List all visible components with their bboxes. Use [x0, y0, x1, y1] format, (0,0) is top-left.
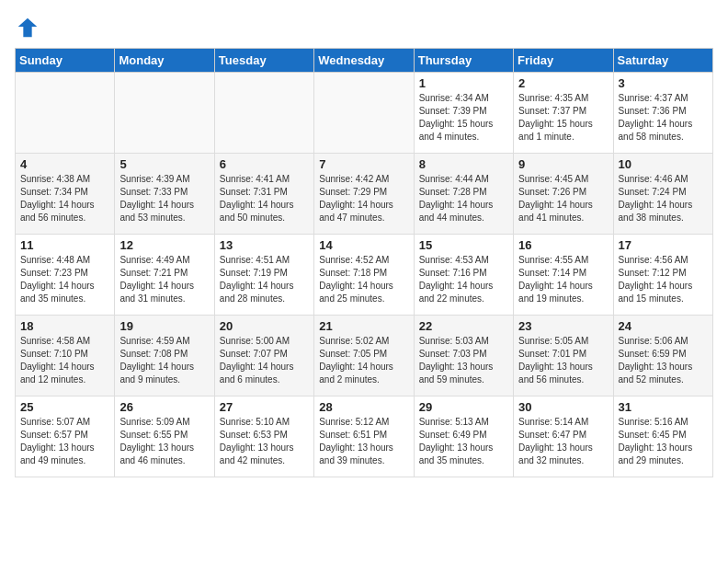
calendar-cell: 30Sunrise: 5:14 AM Sunset: 6:47 PM Dayli… — [514, 396, 613, 477]
day-info: Sunrise: 5:10 AM Sunset: 6:53 PM Dayligh… — [220, 416, 309, 467]
day-number: 19 — [119, 319, 209, 333]
day-number: 9 — [518, 157, 608, 171]
calendar-cell: 20Sunrise: 5:00 AM Sunset: 7:07 PM Dayli… — [214, 316, 313, 396]
day-number: 17 — [619, 238, 708, 252]
day-number: 8 — [419, 157, 508, 171]
calendar-cell: 29Sunrise: 5:13 AM Sunset: 6:49 PM Dayli… — [414, 396, 513, 477]
calendar-cell: 3Sunrise: 4:37 AM Sunset: 7:36 PM Daylig… — [613, 73, 712, 154]
column-header-friday: Friday — [514, 49, 613, 73]
calendar-cell: 17Sunrise: 4:56 AM Sunset: 7:12 PM Dayli… — [613, 235, 712, 316]
day-info: Sunrise: 4:37 AM Sunset: 7:36 PM Dayligh… — [619, 92, 708, 144]
calendar-cell: 15Sunrise: 4:53 AM Sunset: 7:16 PM Dayli… — [414, 235, 513, 316]
day-number: 3 — [619, 76, 708, 90]
day-info: Sunrise: 4:38 AM Sunset: 7:34 PM Dayligh… — [20, 173, 109, 224]
day-info: Sunrise: 4:52 AM Sunset: 7:18 PM Dayligh… — [319, 254, 408, 305]
column-header-saturday: Saturday — [613, 49, 712, 73]
svg-marker-0 — [18, 18, 38, 38]
day-info: Sunrise: 4:44 AM Sunset: 7:28 PM Dayligh… — [419, 173, 508, 224]
day-info: Sunrise: 4:55 AM Sunset: 7:14 PM Dayligh… — [518, 254, 608, 305]
day-info: Sunrise: 5:00 AM Sunset: 7:07 PM Dayligh… — [220, 335, 309, 386]
calendar-cell: 24Sunrise: 5:06 AM Sunset: 6:59 PM Dayli… — [613, 316, 712, 396]
day-info: Sunrise: 4:34 AM Sunset: 7:39 PM Dayligh… — [419, 92, 508, 144]
calendar-cell: 12Sunrise: 4:49 AM Sunset: 7:21 PM Dayli… — [115, 235, 214, 316]
calendar-cell: 28Sunrise: 5:12 AM Sunset: 6:51 PM Dayli… — [314, 396, 414, 477]
calendar-cell — [214, 73, 313, 154]
day-info: Sunrise: 4:46 AM Sunset: 7:24 PM Dayligh… — [619, 173, 708, 224]
day-number: 10 — [619, 157, 708, 171]
calendar-cell: 18Sunrise: 4:58 AM Sunset: 7:10 PM Dayli… — [16, 316, 115, 396]
day-number: 31 — [619, 400, 708, 414]
calendar-cell: 8Sunrise: 4:44 AM Sunset: 7:28 PM Daylig… — [414, 154, 513, 235]
calendar-cell: 11Sunrise: 4:48 AM Sunset: 7:23 PM Dayli… — [16, 235, 115, 316]
calendar-cell: 4Sunrise: 4:38 AM Sunset: 7:34 PM Daylig… — [16, 154, 115, 235]
calendar-cell: 10Sunrise: 4:46 AM Sunset: 7:24 PM Dayli… — [613, 154, 712, 235]
column-header-monday: Monday — [115, 49, 214, 73]
calendar-cell: 25Sunrise: 5:07 AM Sunset: 6:57 PM Dayli… — [16, 396, 115, 477]
day-number: 22 — [419, 319, 508, 333]
day-number: 1 — [419, 76, 508, 90]
calendar-cell — [314, 73, 414, 154]
day-number: 12 — [119, 238, 209, 252]
calendar-cell: 7Sunrise: 4:42 AM Sunset: 7:29 PM Daylig… — [314, 154, 414, 235]
day-number: 25 — [20, 400, 109, 414]
calendar-cell: 19Sunrise: 4:59 AM Sunset: 7:08 PM Dayli… — [115, 316, 214, 396]
day-info: Sunrise: 5:07 AM Sunset: 6:57 PM Dayligh… — [20, 416, 109, 467]
day-info: Sunrise: 5:02 AM Sunset: 7:05 PM Dayligh… — [319, 335, 408, 386]
day-number: 23 — [518, 319, 608, 333]
day-number: 24 — [619, 319, 708, 333]
page-header — [15, 15, 713, 40]
calendar-week-row: 1Sunrise: 4:34 AM Sunset: 7:39 PM Daylig… — [16, 73, 713, 154]
logo — [15, 15, 44, 40]
day-info: Sunrise: 4:58 AM Sunset: 7:10 PM Dayligh… — [20, 335, 109, 386]
day-number: 2 — [518, 76, 608, 90]
column-header-wednesday: Wednesday — [314, 49, 414, 73]
day-info: Sunrise: 4:39 AM Sunset: 7:33 PM Dayligh… — [119, 173, 209, 224]
day-info: Sunrise: 4:51 AM Sunset: 7:19 PM Dayligh… — [220, 254, 309, 305]
calendar-table: SundayMondayTuesdayWednesdayThursdayFrid… — [15, 48, 713, 477]
calendar-cell: 1Sunrise: 4:34 AM Sunset: 7:39 PM Daylig… — [414, 73, 513, 154]
calendar-cell: 27Sunrise: 5:10 AM Sunset: 6:53 PM Dayli… — [214, 396, 313, 477]
day-info: Sunrise: 4:59 AM Sunset: 7:08 PM Dayligh… — [119, 335, 209, 386]
calendar-week-row: 11Sunrise: 4:48 AM Sunset: 7:23 PM Dayli… — [16, 235, 713, 316]
day-info: Sunrise: 5:03 AM Sunset: 7:03 PM Dayligh… — [419, 335, 508, 386]
day-number: 29 — [419, 400, 508, 414]
day-info: Sunrise: 4:49 AM Sunset: 7:21 PM Dayligh… — [119, 254, 209, 305]
day-info: Sunrise: 4:42 AM Sunset: 7:29 PM Dayligh… — [319, 173, 408, 224]
day-number: 14 — [319, 238, 408, 252]
calendar-cell: 6Sunrise: 4:41 AM Sunset: 7:31 PM Daylig… — [214, 154, 313, 235]
day-number: 21 — [319, 319, 408, 333]
day-info: Sunrise: 5:16 AM Sunset: 6:45 PM Dayligh… — [619, 416, 708, 467]
day-info: Sunrise: 5:14 AM Sunset: 6:47 PM Dayligh… — [518, 416, 608, 467]
calendar-cell: 31Sunrise: 5:16 AM Sunset: 6:45 PM Dayli… — [613, 396, 712, 477]
column-header-thursday: Thursday — [414, 49, 513, 73]
day-number: 11 — [20, 238, 109, 252]
calendar-week-row: 18Sunrise: 4:58 AM Sunset: 7:10 PM Dayli… — [16, 316, 713, 396]
day-info: Sunrise: 4:45 AM Sunset: 7:26 PM Dayligh… — [518, 173, 608, 224]
calendar-cell: 14Sunrise: 4:52 AM Sunset: 7:18 PM Dayli… — [314, 235, 414, 316]
day-info: Sunrise: 4:53 AM Sunset: 7:16 PM Dayligh… — [419, 254, 508, 305]
calendar-cell: 23Sunrise: 5:05 AM Sunset: 7:01 PM Dayli… — [514, 316, 613, 396]
day-info: Sunrise: 4:48 AM Sunset: 7:23 PM Dayligh… — [20, 254, 109, 305]
calendar-cell: 21Sunrise: 5:02 AM Sunset: 7:05 PM Dayli… — [314, 316, 414, 396]
day-number: 16 — [518, 238, 608, 252]
calendar-cell — [16, 73, 115, 154]
day-info: Sunrise: 4:35 AM Sunset: 7:37 PM Dayligh… — [518, 92, 608, 144]
day-number: 7 — [319, 157, 408, 171]
day-number: 15 — [419, 238, 508, 252]
calendar-cell: 9Sunrise: 4:45 AM Sunset: 7:26 PM Daylig… — [514, 154, 613, 235]
calendar-cell: 16Sunrise: 4:55 AM Sunset: 7:14 PM Dayli… — [514, 235, 613, 316]
day-info: Sunrise: 5:13 AM Sunset: 6:49 PM Dayligh… — [419, 416, 508, 467]
day-number: 27 — [220, 400, 309, 414]
calendar-week-row: 4Sunrise: 4:38 AM Sunset: 7:34 PM Daylig… — [16, 154, 713, 235]
day-number: 30 — [518, 400, 608, 414]
day-info: Sunrise: 5:05 AM Sunset: 7:01 PM Dayligh… — [518, 335, 608, 386]
logo-icon — [15, 15, 40, 40]
calendar-cell: 2Sunrise: 4:35 AM Sunset: 7:37 PM Daylig… — [514, 73, 613, 154]
day-info: Sunrise: 4:56 AM Sunset: 7:12 PM Dayligh… — [619, 254, 708, 305]
day-number: 28 — [319, 400, 408, 414]
day-number: 5 — [119, 157, 209, 171]
day-number: 20 — [220, 319, 309, 333]
day-info: Sunrise: 5:12 AM Sunset: 6:51 PM Dayligh… — [319, 416, 408, 467]
calendar-header-row: SundayMondayTuesdayWednesdayThursdayFrid… — [16, 49, 713, 73]
day-number: 13 — [220, 238, 309, 252]
